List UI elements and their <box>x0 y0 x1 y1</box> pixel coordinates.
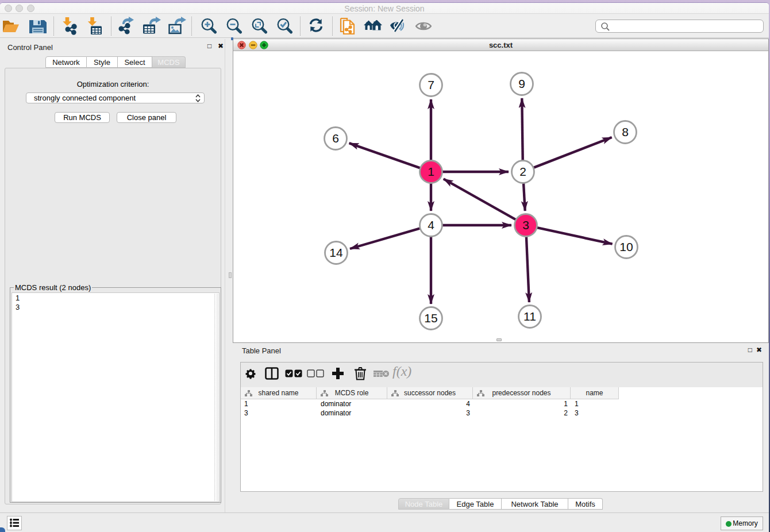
svg-text:15: 15 <box>424 311 437 325</box>
svg-text:7: 7 <box>428 78 434 91</box>
svg-text:8: 8 <box>622 125 629 138</box>
svg-text:2: 2 <box>519 165 526 178</box>
svg-text:11: 11 <box>523 310 536 323</box>
svg-text:3: 3 <box>522 218 529 232</box>
svg-text:4: 4 <box>428 218 434 232</box>
svg-text:14: 14 <box>329 246 343 259</box>
svg-text:1: 1 <box>428 165 434 178</box>
svg-text:10: 10 <box>619 240 633 253</box>
svg-text:6: 6 <box>332 132 339 145</box>
svg-text:9: 9 <box>518 77 525 90</box>
